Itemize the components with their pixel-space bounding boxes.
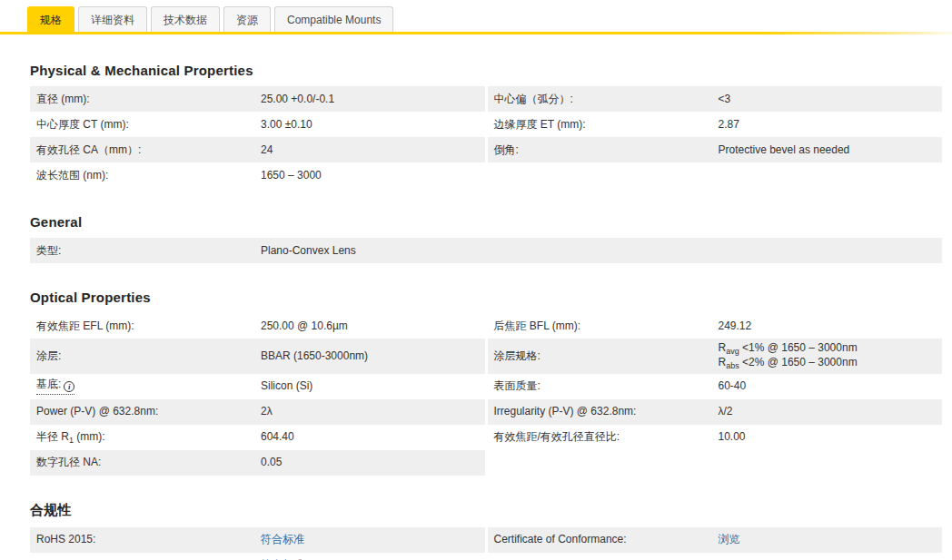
row-label: 有效焦距 EFL (mm): [36,319,261,333]
row-value: 60-40 [719,379,937,393]
row-value: 3.00 ±0.10 [261,118,479,132]
info-icon[interactable]: i [64,381,74,392]
row-value: Silicon (Si) [261,379,479,393]
product-tabs: 规格 详细资料 技术数据 资源 Compatible Mounts [0,0,952,32]
tab-details[interactable]: 详细资料 [78,6,147,32]
tab-accent-rule [0,32,952,34]
row-label: 表面质量: [494,379,719,393]
table-row: 中心厚度 CT (mm): 3.00 ±0.10 边缘厚度 ET (mm): 2… [30,112,942,137]
tab-specs[interactable]: 规格 [27,6,74,32]
row-label: 直径 (mm): [36,93,261,106]
row-value: Protective bevel as needed [719,143,937,157]
row-value: 249.12 [719,319,937,333]
row-label: Certificate of Conformance: [494,533,719,546]
table-row: 数字孔径 NA: 0.05 [30,450,942,476]
optical-table: 有效焦距 EFL (mm): 250.00 @ 10.6µm 后焦距 BFL (… [30,313,942,476]
specs-panel: Physical & Mechanical Properties 直径 (mm)… [0,63,952,560]
row-value: 1650 – 3000 [261,169,479,182]
table-row: RoHS 2015: 符合标准 Certificate of Conforman… [30,527,942,553]
physical-table: 直径 (mm): 25.00 +0.0/-0.1 中心偏（弧分）: <3 中心厚… [30,86,942,188]
row-value: BBAR (1650-3000nm) [261,349,479,363]
row-label: 有效焦距/有效孔径直径比: [494,430,719,444]
row-label: 类型: [36,244,261,258]
section-title-optical: Optical Properties [30,290,942,305]
row-value: λ/2 [719,405,937,418]
row-label: RoHS 2015: [36,533,261,546]
tab-resources[interactable]: 资源 [223,6,271,32]
row-value: 604.40 [261,430,479,444]
row-value: 2.87 [719,118,937,132]
row-label: 半径 R1 (mm): [36,430,261,445]
compliance-table: RoHS 2015: 符合标准 Certificate of Conforman… [30,527,942,560]
row-label: 边缘厚度 ET (mm): [494,118,719,132]
row-label: Irregularity (P-V) @ 632.8nm: [494,405,719,418]
table-row: 类型: Plano-Convex Lens [30,238,942,263]
tab-compatible-mounts[interactable]: Compatible Mounts [274,6,393,32]
table-row: Power (P-V) @ 632.8nm: 2λ Irregularity (… [30,399,942,425]
section-title-compliance: 合规性 [30,502,942,519]
table-row: 基底:i Silicon (Si) 表面质量: 60-40 [30,374,942,399]
row-value: 0.05 [261,456,479,469]
section-title-general: General [30,214,942,230]
table-row: 有效孔径 CA（mm）: 24 倒角: Protective bevel as … [30,137,942,162]
row-label: 基底:i [36,378,261,395]
row-value: Ravg <1% @ 1650 – 3000nm Rabs <2% @ 1650… [719,341,937,371]
table-row: 有效焦距 EFL (mm): 250.00 @ 10.6µm 后焦距 BFL (… [30,313,942,339]
row-value: Plano-Convex Lens [261,244,936,258]
row-value: 24 [261,143,479,157]
row-label: 涂层规格: [494,349,719,363]
row-label: 有效孔径 CA（mm）: [36,143,261,157]
row-label: 中心偏（弧分）: [494,93,719,106]
tab-technical-data[interactable]: 技术数据 [151,6,220,32]
general-table: 类型: Plano-Convex Lens [30,238,942,263]
rohs-compliant-link[interactable]: 符合标准 [261,533,304,545]
row-label: Power (P-V) @ 632.8nm: [36,405,261,418]
table-row: 半径 R1 (mm): 604.40 有效焦距/有效孔径直径比: 10.00 [30,425,942,450]
table-row: 波长范围 (nm): 1650 – 3000 [30,162,942,188]
row-value: 25.00 +0.0/-0.1 [261,93,479,106]
row-label: 数字孔径 NA: [36,456,261,469]
certificate-view-link[interactable]: 浏览 [719,533,740,545]
table-row: 涂层: BBAR (1650-3000nm) 涂层规格: Ravg <1% @ … [30,339,942,374]
row-label: 中心厚度 CT (mm): [36,118,261,132]
row-label: 后焦距 BFL (mm): [494,319,719,333]
row-value: 10.00 [719,430,937,444]
substrate-tooltip-trigger[interactable]: 基底:i [36,378,74,395]
section-title-physical: Physical & Mechanical Properties [30,63,942,78]
row-label: 涂层: [36,349,261,363]
table-row: 直径 (mm): 25.00 +0.0/-0.1 中心偏（弧分）: <3 [30,86,942,112]
row-value: <3 [719,93,937,106]
table-row: Reach 235: 符合标准 [30,553,942,560]
row-label: 波长范围 (nm): [36,169,261,182]
row-value: 2λ [261,405,479,418]
row-value: 250.00 @ 10.6µm [261,319,479,333]
row-label: 倒角: [494,143,719,157]
